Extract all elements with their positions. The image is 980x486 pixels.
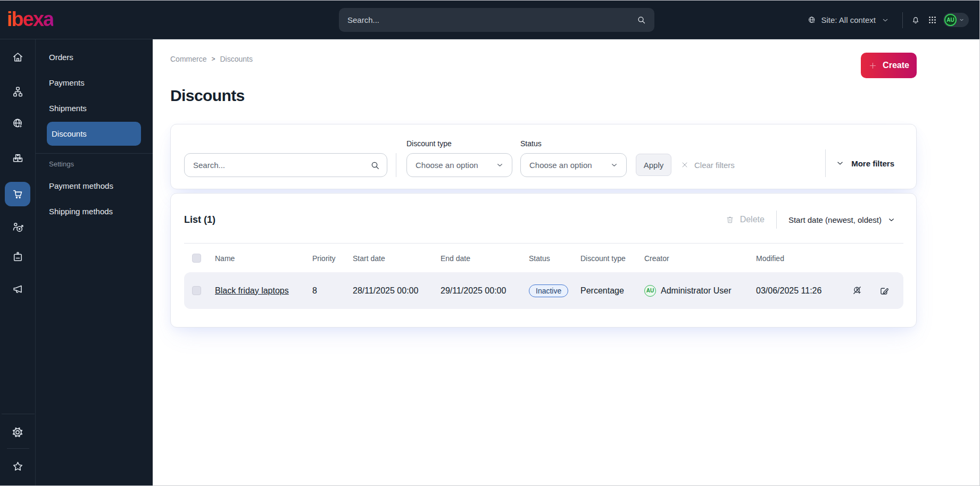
col-start-date: Start date [353,254,441,263]
chevron-down-icon [495,161,504,170]
menu-item-shipments[interactable]: Shipments [36,95,153,121]
col-name: Name [215,254,312,263]
status-badge: Inactive [529,284,568,297]
chevron-down-icon [887,215,896,224]
create-button[interactable]: Create [861,53,917,78]
col-status: Status [529,254,580,263]
menu-item-discounts-active[interactable]: Discounts [47,122,141,146]
col-creator: Creator [644,254,756,263]
sort-dropdown[interactable]: Start date (newest, oldest) [788,215,896,224]
main-content: Commerce > Discounts Create Discounts [153,39,979,486]
site-structure-icon[interactable] [11,85,24,98]
ibexa-logo[interactable]: ibexa [7,8,53,31]
menu-item-payments[interactable]: Payments [36,70,153,95]
status-select[interactable]: Choose an option [520,153,627,177]
settings-gear-icon[interactable] [11,425,24,439]
global-search-input[interactable]: Search... [339,8,654,32]
breadcrumb: Commerce > Discounts [170,55,253,63]
creator-name: Administrator User [661,286,731,296]
discount-type-label: Discount type [406,139,512,148]
select-all-checkbox[interactable] [192,254,201,263]
breadcrumb-discounts[interactable]: Discounts [220,55,252,63]
marketing-megaphone-icon[interactable] [11,282,24,296]
breadcrumb-commerce[interactable]: Commerce [170,55,206,63]
trash-icon [725,215,735,224]
apply-button[interactable]: Apply [636,154,671,176]
topbar-right: Site: All context AU [807,1,969,39]
chevron-down-icon [610,161,619,170]
discount-type-value: Percentage [580,286,644,296]
chevron-down-icon [881,16,890,24]
app-grid-icon[interactable] [928,15,937,24]
id-badge-icon[interactable] [11,250,24,264]
row-checkbox[interactable] [192,286,201,295]
status-label: Status [520,139,627,148]
site-context-label: Site: All context [821,15,876,24]
bookmarks-star-icon[interactable] [11,459,24,473]
search-icon [636,15,646,25]
menu-item-orders[interactable]: Orders [36,44,153,70]
commerce-cart-icon[interactable] [5,182,30,206]
filter-search-input[interactable] [184,153,387,177]
commerce-menu: Orders Payments Shipments Discounts Sett… [36,39,153,486]
globe-browse-icon[interactable] [11,116,24,130]
chevron-down-icon [835,158,845,168]
table-header: Name Priority Start date End date Status… [184,254,903,262]
start-date-value: 28/11/2025 00:00 [353,286,441,296]
filter-divider [825,149,826,177]
edit-icon[interactable] [878,285,890,297]
discounts-list-panel: List (1) Delete Start date (newest, olde… [170,193,917,328]
personalization-target-icon[interactable] [11,220,24,234]
sidebar-divider [2,414,35,414]
globe-icon [807,15,817,25]
site-context-selector[interactable]: Site: All context [807,15,890,25]
global-search-placeholder: Search... [347,15,379,24]
avatar: AU [944,14,957,26]
col-end-date: End date [441,254,529,263]
filter-divider [396,153,396,177]
list-title: List (1) [184,214,215,225]
topbar: ibexa Search... Site: All context AU [0,1,979,39]
filter-search [184,153,387,177]
search-icon [370,160,380,171]
home-icon[interactable] [11,50,24,64]
discount-type-select[interactable]: Choose an option [406,153,512,177]
x-icon [680,161,689,169]
list-controls-divider [776,211,777,229]
clear-filters-button[interactable]: Clear filters [680,154,735,176]
plus-icon [868,61,877,70]
col-discount-type: Discount type [580,254,644,263]
settings-section-label: Settings [36,159,153,169]
col-modified: Modified [756,254,852,263]
table-row: Black friday laptops 8 28/11/2025 00:00 … [184,272,903,309]
icon-sidebar [0,39,36,486]
delete-button[interactable]: Delete [725,215,765,224]
user-menu[interactable]: AU [943,13,969,27]
discount-name-link[interactable]: Black friday laptops [215,286,312,296]
col-priority: Priority [312,254,353,263]
menu-item-shipping-methods[interactable]: Shipping methods [36,198,153,224]
table-border [184,243,903,244]
filters-panel: Discount type Choose an option Status Ch… [170,124,917,189]
chevron-down-icon [959,17,965,23]
modified-value: 03/06/2025 11:26 [756,286,852,296]
app-window: ibexa Search... Site: All context AU [0,0,980,486]
deactivate-icon[interactable] [852,285,863,297]
menu-item-payment-methods[interactable]: Payment methods [36,173,153,198]
notifications-bell-icon[interactable] [911,15,920,25]
more-filters-button[interactable]: More filters [851,159,894,168]
creator-avatar: AU [644,285,656,297]
topbar-divider [902,12,903,28]
end-date-value: 29/11/2025 00:00 [441,286,529,296]
page-title: Discounts [170,87,917,105]
priority-value: 8 [312,286,353,296]
breadcrumb-separator: > [211,55,215,63]
sidebar-divider [7,448,29,449]
menu-divider [36,153,153,154]
products-icon[interactable] [11,152,24,165]
